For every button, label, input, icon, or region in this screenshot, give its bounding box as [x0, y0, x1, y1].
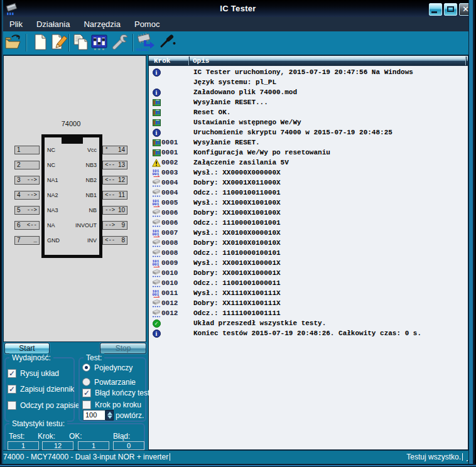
send-bits-icon: 101001	[152, 198, 161, 208]
log-row-description: Załadowano plik 74000.mod	[193, 89, 297, 96]
log-row[interactable]: 0008Dobry: XX0100X010010X	[149, 238, 468, 248]
log-row[interactable]: iUruchomienie skryptu 74000 w 2015-07-19…	[149, 127, 468, 137]
log-row[interactable]: 1010010007Wysł.: XX0100X000010X	[149, 228, 468, 238]
probe-tool-button[interactable]	[158, 33, 178, 53]
log-row[interactable]: 0010Dobry: XX0010X100001X	[149, 268, 468, 278]
log-row[interactable]: 0004Odcz.: 11000100110001	[149, 188, 468, 198]
stat-label-ok: OK:	[69, 432, 82, 441]
log-panel[interactable]: Krok Opis iIC Tester uruchomiony, 2015-0…	[148, 55, 468, 450]
log-row-step: 0007	[161, 229, 178, 237]
log-row[interactable]: iKoniec testów 2015-07-19 20:48:26. Całk…	[149, 328, 468, 338]
resize-grip[interactable]	[467, 455, 473, 461]
stat-value-bd: 0	[113, 441, 144, 450]
menu-item-narzdzia[interactable]: Narzędzia	[80, 18, 124, 30]
log-row-step: 0010	[161, 269, 178, 277]
log-column-opis[interactable]: Opis	[193, 56, 209, 66]
status-mode-text: Testuj wszystko.	[406, 451, 463, 464]
log-row[interactable]: iZaładowano plik 74000.mod	[149, 87, 468, 97]
log-row[interactable]: Język systemu: pl_PL	[149, 77, 468, 87]
column-separator[interactable]	[189, 56, 190, 65]
option-label: Pojedynczy	[94, 363, 133, 372]
log-row-step: 0003	[161, 169, 178, 176]
maximize-icon	[447, 6, 454, 12]
spin-up-icon[interactable]	[107, 412, 112, 415]
checkbox-odczyt-po-zapisie[interactable]	[8, 401, 16, 410]
log-row-description: Wysyłanie RESET.	[193, 139, 260, 146]
log-row[interactable]: 0012Dobry: XX1110X100111X	[149, 298, 468, 308]
log-row[interactable]: Reset OK.	[149, 107, 468, 117]
log-row-icon: i	[152, 128, 161, 137]
log-row-icon: ✓	[152, 319, 161, 328]
pin-8-box: <--8	[102, 236, 127, 245]
checkbox-zapisuj-dziennik[interactable]: ✓	[8, 385, 16, 394]
log-row-step: 0008	[161, 249, 178, 257]
wrench-settings-button[interactable]	[110, 33, 130, 53]
spin-down-icon[interactable]	[107, 416, 112, 419]
close-button[interactable]: ✕	[459, 3, 472, 16]
minimize-button[interactable]	[429, 3, 442, 16]
stop-button[interactable]: Stop	[100, 343, 146, 354]
log-row[interactable]: 0006Dobry: XX1000X100100X	[149, 208, 468, 218]
dip-switch-icon	[90, 33, 108, 53]
start-button[interactable]: Start	[4, 343, 50, 354]
log-row[interactable]: ✓Układ przeszedł wszystkie testy.	[149, 318, 468, 328]
svg-text:011001: 011001	[136, 48, 149, 51]
log-row[interactable]: 0010Odcz.: 11001001000011	[149, 278, 468, 288]
checkbox-b-d-ko-czy-test[interactable]: ✓	[82, 389, 91, 397]
log-row[interactable]: 0004Dobry: XX0001X011000X	[149, 178, 468, 188]
toolbar-separator	[68, 34, 70, 51]
log-row-description: Odcz.: 11100001001001	[193, 219, 281, 227]
option-label: Rysuj układ	[20, 369, 59, 378]
title-bar: IC Tester ✕	[0, 0, 476, 17]
log-row-icon: 101001	[152, 259, 161, 267]
log-row-step: 0004	[161, 179, 178, 186]
pin-number: 12	[118, 176, 125, 184]
log-row[interactable]: Wysyłanie RESET...	[149, 97, 468, 107]
log-row[interactable]: 0008Odcz.: 11010000100101	[149, 248, 468, 258]
test-group-title: Test:	[84, 353, 104, 362]
read-chip-icon	[152, 218, 161, 227]
edit-file-button[interactable]	[50, 33, 70, 53]
log-row-icon: 101001	[152, 289, 161, 298]
stat-label-test: Test:	[9, 432, 24, 441]
log-row[interactable]: 1010010009Wysł.: XX0010X100001X	[149, 258, 468, 268]
stat-value-ok: 1	[78, 441, 109, 450]
repeat-count-stepper[interactable]	[105, 410, 114, 421]
pin-3-box: 3-->	[14, 176, 40, 185]
radio-powtarzanie[interactable]	[82, 378, 90, 386]
menu-item-plik[interactable]: Plik	[6, 18, 26, 30]
log-row[interactable]: 1010010003Wysł.: XX0000X000000X	[149, 168, 468, 178]
pin-9-box: -->9	[102, 221, 127, 230]
repeat-count-input[interactable]: 100	[83, 410, 105, 421]
checkbox-rysuj-uk-ad[interactable]: ✓	[8, 369, 16, 378]
checkbox-krok-po-kroku[interactable]	[82, 400, 91, 409]
log-row[interactable]: 0001Wysyłanie RESET.	[149, 137, 468, 148]
run-test-chip-button[interactable]: 011001	[136, 33, 156, 53]
log-row[interactable]: 1010010005Wysł.: XX1000X100100X	[149, 198, 468, 208]
new-file-button[interactable]	[30, 33, 50, 53]
log-row[interactable]: Ustawianie wstępnego We/Wy	[149, 117, 468, 127]
log-row[interactable]: 0012Odcz.: 11111001001111	[149, 308, 468, 318]
log-column-krok[interactable]: Krok	[154, 56, 170, 66]
menu-item-pomoc[interactable]: Pomoc	[131, 18, 163, 30]
toolbar: 011001	[0, 31, 476, 55]
log-row[interactable]: 0002Załączenie zasilania 5V	[149, 158, 468, 168]
log-row-icon	[152, 98, 161, 107]
pin-direction-arrow: _	[34, 237, 37, 244]
open-file-icon	[4, 33, 23, 53]
column-separator[interactable]	[466, 56, 467, 65]
log-row[interactable]: iIC Tester uruchomiony, 2015-07-19 20:47…	[149, 67, 468, 77]
log-row[interactable]: 0001Konfiguracja We/Wy po resetowaniu	[149, 148, 468, 158]
open-file-button[interactable]	[3, 33, 23, 53]
log-row[interactable]: 0006Odcz.: 11100001001001	[149, 218, 468, 228]
radio-pojedynczy[interactable]	[82, 363, 90, 372]
maximize-button[interactable]	[444, 3, 457, 16]
dip-switch-button[interactable]	[89, 33, 109, 53]
log-row-icon	[152, 78, 161, 87]
pin-14-label: Vcc	[87, 146, 97, 154]
log-row[interactable]: 1010010011Wysł.: XX1110X100111X	[149, 288, 468, 298]
copy-document-button[interactable]	[71, 33, 91, 53]
menu-item-dziaania[interactable]: Działania	[33, 18, 73, 30]
pin-12-label: NB2	[85, 176, 97, 185]
repeat-label: powtórz.	[116, 411, 144, 420]
